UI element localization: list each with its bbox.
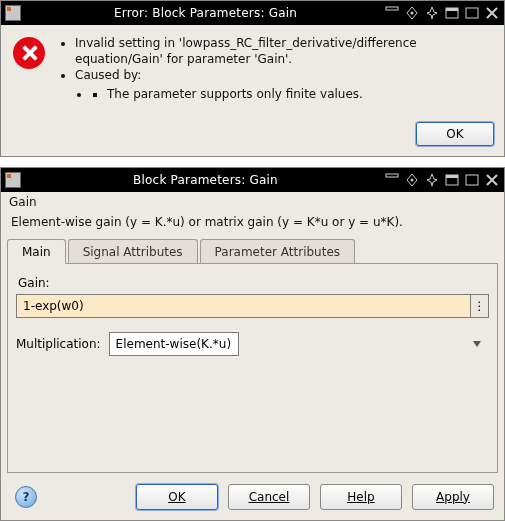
- svg-rect-8: [446, 175, 458, 178]
- block-params-dialog: Block Parameters: Gain Gain Element-wise…: [0, 167, 505, 521]
- gain-input[interactable]: [16, 294, 471, 318]
- error-dialog: Error: Block Parameters: Gain Invalid se…: [0, 0, 505, 157]
- restore-icon[interactable]: [464, 172, 480, 188]
- block-params-titlebar: Block Parameters: Gain: [1, 168, 504, 192]
- window-buttons: [384, 5, 500, 21]
- svg-rect-0: [386, 7, 398, 10]
- error-titlebar: Error: Block Parameters: Gain: [1, 1, 504, 25]
- svg-point-6: [411, 178, 414, 181]
- app-icon: [5, 5, 21, 21]
- multiplication-select-wrap: Element-wise(K.*u): [109, 332, 489, 356]
- multiplication-select[interactable]: Element-wise(K.*u): [109, 332, 239, 356]
- error-icon: [13, 37, 45, 69]
- tab-signal-attributes[interactable]: Signal Attributes: [68, 239, 198, 264]
- error-caused-by: Caused by:: [75, 68, 141, 82]
- cancel-button[interactable]: Cancel: [228, 484, 310, 510]
- multiplication-label: Multiplication:: [16, 337, 101, 351]
- gain-more-button[interactable]: ⋮: [471, 294, 489, 318]
- ok-button[interactable]: OK: [136, 484, 218, 510]
- window-gap: [0, 157, 505, 167]
- help-icon[interactable]: ?: [15, 486, 37, 508]
- restore-icon[interactable]: [464, 5, 480, 21]
- maximize-icon[interactable]: [404, 172, 420, 188]
- tab-parameter-attributes[interactable]: Parameter Attributes: [200, 239, 355, 264]
- svg-rect-9: [466, 175, 478, 185]
- dialog-buttons: ? OK Cancel Help Apply: [1, 474, 504, 520]
- tab-main[interactable]: Main: [7, 239, 66, 264]
- app-icon: [5, 172, 21, 188]
- minimize-icon[interactable]: [444, 172, 460, 188]
- error-actions: OK: [1, 116, 504, 156]
- pin-icon[interactable]: [424, 5, 440, 21]
- pin-icon[interactable]: [424, 172, 440, 188]
- close-icon[interactable]: [484, 172, 500, 188]
- error-ok-button[interactable]: OK: [416, 122, 494, 146]
- error-body: Invalid setting in 'lowpass_RC_filter_de…: [1, 25, 504, 116]
- multiplication-row: Multiplication: Element-wise(K.*u): [16, 332, 489, 356]
- minimize-icon[interactable]: [444, 5, 460, 21]
- close-icon[interactable]: [484, 5, 500, 21]
- gain-label: Gain:: [18, 276, 489, 290]
- maximize-icon[interactable]: [404, 5, 420, 21]
- window-buttons: [384, 172, 500, 188]
- block-name: Gain: [1, 192, 504, 211]
- help-button[interactable]: Help: [320, 484, 402, 510]
- svg-rect-4: [466, 8, 478, 18]
- block-description: Element-wise gain (y = K.*u) or matrix g…: [1, 211, 504, 239]
- shade-icon[interactable]: [384, 5, 400, 21]
- svg-rect-3: [446, 8, 458, 11]
- svg-rect-5: [386, 174, 398, 177]
- gain-input-wrap: ⋮: [16, 294, 489, 318]
- error-message: Invalid setting in 'lowpass_RC_filter_de…: [61, 35, 492, 102]
- block-params-title: Block Parameters: Gain: [27, 173, 384, 187]
- block-params-body: Gain Element-wise gain (y = K.*u) or mat…: [1, 192, 504, 520]
- apply-button[interactable]: Apply: [412, 484, 494, 510]
- error-text-main: Invalid setting in 'lowpass_RC_filter_de…: [75, 35, 492, 67]
- error-cause-detail: The parameter supports only finite value…: [107, 86, 492, 102]
- tab-panel-main: Gain: ⋮ Multiplication: Element-wise(K.*…: [7, 263, 498, 473]
- tabs: Main Signal Attributes Parameter Attribu…: [1, 239, 504, 264]
- error-title: Error: Block Parameters: Gain: [27, 6, 384, 20]
- svg-point-1: [411, 12, 414, 15]
- shade-icon[interactable]: [384, 172, 400, 188]
- vertical-ellipsis-icon: ⋮: [474, 299, 486, 313]
